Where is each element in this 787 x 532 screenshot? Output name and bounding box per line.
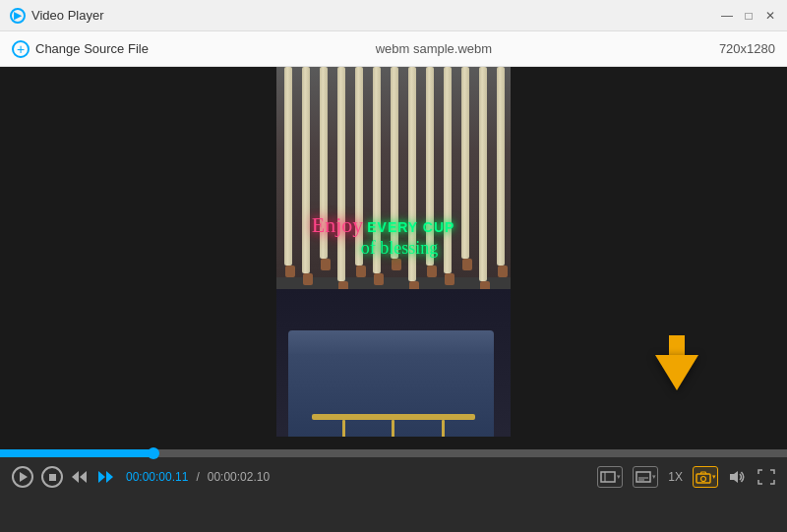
slat-bottom bbox=[321, 259, 331, 270]
svg-marker-3 bbox=[106, 471, 113, 483]
play-button[interactable] bbox=[12, 466, 33, 488]
maximize-button[interactable]: □ bbox=[742, 9, 756, 23]
plus-circle-icon: + bbox=[12, 40, 30, 58]
table-legs bbox=[312, 420, 476, 438]
arrow-stem bbox=[669, 335, 685, 355]
slat-bottom bbox=[392, 259, 401, 270]
volume-button[interactable] bbox=[728, 469, 748, 485]
change-source-button[interactable]: + Change Source File bbox=[12, 40, 149, 58]
skip-forward-button[interactable] bbox=[96, 470, 114, 484]
total-time: 00:00:02.10 bbox=[208, 470, 270, 484]
slat-bottom bbox=[374, 273, 384, 285]
subtitle-icon bbox=[636, 471, 651, 483]
dropdown-caret: ▾ bbox=[712, 473, 716, 481]
aspect-ratio-icon bbox=[600, 471, 616, 483]
slat-bottom bbox=[427, 266, 437, 277]
subtitle-button[interactable]: ▾ bbox=[633, 466, 658, 488]
app-title: Video Player bbox=[31, 8, 103, 23]
progress-thumb[interactable] bbox=[148, 447, 159, 459]
fullscreen-icon bbox=[757, 469, 775, 485]
close-button[interactable]: ✕ bbox=[763, 9, 777, 23]
fullscreen-button[interactable] bbox=[757, 469, 775, 485]
left-controls: 00:00:00.11 / 00:00:02.10 bbox=[12, 466, 270, 488]
svg-marker-11 bbox=[730, 471, 738, 483]
play-circle bbox=[12, 466, 33, 488]
progress-fill bbox=[0, 449, 157, 457]
change-source-label: Change Source File bbox=[35, 41, 149, 56]
svg-marker-0 bbox=[72, 471, 79, 483]
slat-bottom bbox=[498, 266, 508, 277]
toolbar: + Change Source File webm sample.webm 72… bbox=[0, 31, 787, 67]
video-area: Enjoy EVERY CUP of blessing bbox=[0, 67, 787, 449]
sofa-back bbox=[288, 330, 494, 354]
arrow-indicator bbox=[655, 339, 698, 390]
slat bbox=[284, 67, 292, 266]
slat-bottom bbox=[303, 273, 313, 285]
controls-bar: 00:00:00.11 / 00:00:02.10 ▾ ▾ 1X bbox=[0, 457, 787, 497]
svg-rect-4 bbox=[601, 472, 615, 482]
stop-circle bbox=[41, 466, 63, 488]
slat-bottom bbox=[285, 266, 295, 277]
stop-icon bbox=[49, 474, 56, 481]
slat-bottom bbox=[462, 259, 472, 270]
sofa-area bbox=[276, 289, 511, 449]
table-leg bbox=[342, 420, 345, 438]
slat bbox=[302, 67, 310, 273]
table-leg bbox=[442, 420, 445, 438]
right-controls: ▾ ▾ 1X ▾ bbox=[597, 466, 775, 488]
neon-sign-area: Enjoy EVERY CUP of blessing bbox=[312, 212, 511, 259]
speed-button[interactable]: 1X bbox=[668, 470, 683, 484]
neon-blessing: of blessing bbox=[361, 238, 439, 258]
video-content: Enjoy EVERY CUP of blessing bbox=[276, 67, 511, 449]
floor bbox=[276, 437, 511, 449]
skip-forward-icon bbox=[96, 470, 114, 484]
arrow-down bbox=[655, 355, 698, 390]
svg-point-10 bbox=[700, 476, 705, 481]
svg-marker-2 bbox=[98, 471, 105, 483]
svg-marker-1 bbox=[80, 471, 87, 483]
dropdown-caret: ▾ bbox=[652, 473, 656, 481]
neon-enjoy: Enjoy bbox=[312, 212, 364, 238]
resolution: 720x1280 bbox=[719, 41, 775, 56]
stop-button[interactable] bbox=[41, 466, 63, 488]
screenshot-icon bbox=[696, 471, 711, 484]
time-separator: / bbox=[196, 470, 199, 484]
table-leg bbox=[392, 420, 394, 438]
title-left: ▶ Video Player bbox=[10, 8, 103, 24]
slat-bottom bbox=[445, 273, 454, 285]
dropdown-caret: ▾ bbox=[617, 473, 621, 481]
slat-bottom bbox=[356, 266, 366, 277]
volume-icon bbox=[728, 469, 748, 485]
screenshot-button[interactable]: ▾ bbox=[693, 466, 718, 488]
skip-back-icon bbox=[71, 470, 89, 484]
current-time: 00:00:00.11 bbox=[126, 470, 188, 484]
title-bar: ▶ Video Player — □ ✕ bbox=[0, 0, 787, 31]
neon-every: EVERY CUP bbox=[367, 219, 454, 235]
app-icon: ▶ bbox=[10, 8, 26, 24]
file-name: webm sample.webm bbox=[376, 41, 493, 56]
progress-bar[interactable] bbox=[0, 449, 787, 457]
window-controls[interactable]: — □ ✕ bbox=[720, 9, 777, 23]
video-frame: Enjoy EVERY CUP of blessing bbox=[276, 67, 511, 449]
minimize-button[interactable]: — bbox=[720, 9, 734, 23]
aspect-ratio-button[interactable]: ▾ bbox=[597, 466, 623, 488]
progress-track bbox=[0, 449, 787, 457]
play-icon bbox=[20, 472, 28, 482]
skip-back-button[interactable] bbox=[71, 470, 89, 484]
